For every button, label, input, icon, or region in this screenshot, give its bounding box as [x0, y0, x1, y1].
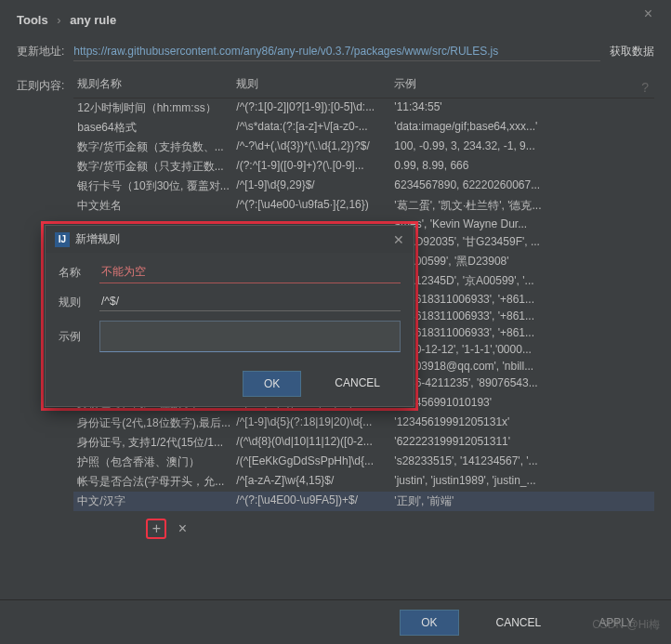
breadcrumb-root[interactable]: Tools	[17, 13, 48, 27]
cell-rule: /^\s*data:(?:[a-z]+\/[a-z0-...	[236, 120, 394, 136]
header-rule[interactable]: 规则	[236, 76, 394, 92]
cell-rule: /^[1-9]\d{5}(?:18|19|20)\d{...	[236, 415, 394, 431]
cell-example: '123456991010193'	[394, 396, 654, 412]
cell-example: '008618311006933', '+861...	[394, 309, 654, 322]
footer: OK CANCEL APPLY	[0, 599, 671, 644]
cell-name: 数字/货币金额（支持负数、...	[73, 139, 236, 155]
cell-rule: /^[a-zA-Z]\w{4,15}$/	[236, 474, 394, 490]
cell-name: 银行卡号（10到30位, 覆盖对...	[73, 178, 236, 194]
cell-example: 0.99, 8.99, 666	[394, 159, 654, 175]
cell-rule: /^[1-9]\d{9,29}$/	[236, 178, 394, 194]
table-row[interactable]: 护照（包含香港、澳门）/(^[EeKkGgDdSsPpHh]\d{...'s28…	[73, 453, 654, 472]
cell-example: 'justin', 'justin1989', 'justin_...	[394, 474, 654, 490]
cancel-button[interactable]: CANCEL	[476, 611, 562, 635]
cell-example: '京AD92035', '甘G23459F', ...	[394, 234, 654, 250]
dialog-name-label: 名称	[59, 265, 88, 281]
cell-example: '008618311006933', '+861...	[394, 293, 654, 306]
ok-button[interactable]: OK	[400, 610, 458, 636]
chevron-right-icon: ›	[57, 13, 60, 27]
cell-name: 中文姓名	[73, 198, 236, 214]
cell-rule: /^-?\d+(,\d{3})*(\.\d{1,2})?$/	[236, 139, 394, 155]
update-url-label: 更新地址:	[17, 44, 64, 59]
table-row[interactable]: 中文/汉字/^(?:[\u4E00-\u9FA5])+$/'正则', '前端'	[73, 492, 654, 511]
dialog-close-icon[interactable]: ✕	[393, 232, 404, 247]
cell-name: 身份证号, 支持1/2代(15位/1...	[73, 435, 236, 451]
dialog-title: 新增规则	[75, 231, 120, 247]
cell-example: '008618311006933', '+861...	[394, 326, 654, 339]
remove-rule-button[interactable]: ×	[172, 519, 192, 539]
cell-example: '622223199912051311'	[394, 435, 654, 451]
cell-rule: /(^\d{8}(0\d|10|11|12)([0-2...	[236, 435, 394, 451]
dialog-ok-button[interactable]: OK	[243, 371, 301, 397]
header-name[interactable]: 规则名称	[73, 76, 236, 92]
add-rule-dialog: IJ 新增规则 ✕ 名称 不能为空 规则 /^$/ 示例 OK CANCEL	[45, 225, 414, 407]
cell-example: 's28233515', '141234567', '...	[394, 454, 654, 470]
cell-rule: /^(?:[\u4E00-\u9FA5])+$/	[236, 493, 394, 509]
cell-name: 12小时制时间（hh:mm:ss）	[73, 100, 236, 116]
cell-name: 帐号是否合法(字母开头，允...	[73, 474, 236, 490]
cell-example: '京A12345D', '京A00599', '...	[394, 273, 654, 289]
table-header: 规则名称 规则 示例	[73, 72, 654, 99]
cell-name: base64格式	[73, 120, 236, 136]
app-logo-icon: IJ	[55, 232, 70, 247]
cell-example: '12345619991205131x'	[394, 415, 654, 431]
cell-rule: /(?:^[1-9]([0-9]+)?(\.[0-9]...	[236, 159, 394, 175]
breadcrumb: Tools › any rule	[0, 0, 671, 36]
table-row[interactable]: 数字/货币金额（只支持正数.../(?:^[1-9]([0-9]+)?(\.[0…	[73, 157, 654, 177]
cell-name: 身份证号(2代,18位数字),最后...	[73, 415, 236, 431]
cell-example: '京A00599', '黑D23908'	[394, 254, 654, 269]
cell-example: ames', 'Kevin Wayne Dur...	[394, 217, 654, 230]
window-close-icon[interactable]: ×	[644, 6, 652, 22]
dialog-example-textarea[interactable]	[99, 321, 401, 352]
cell-name: 中文/汉字	[73, 493, 236, 509]
table-row[interactable]: 数字/货币金额（支持负数、.../^-?\d+(,\d{3})*(\.\d{1,…	[73, 138, 654, 157]
fetch-data-button[interactable]: 获取数据	[610, 44, 654, 59]
header-example[interactable]: 示例	[394, 76, 654, 92]
table-row[interactable]: 身份证号(2代,18位数字),最后.../^[1-9]\d{5}(?:18|19…	[73, 414, 654, 433]
cell-name: 护照（包含香港、澳门）	[73, 454, 236, 470]
dialog-name-input[interactable]: 不能为空	[99, 262, 401, 283]
cell-example: '0936-4211235', '89076543...	[394, 376, 654, 392]
table-row[interactable]: 12小时制时间（hh:mm:ss）/^(?:1[0-2]|0?[1-9]):[0…	[73, 99, 654, 118]
table-toolbar: + ×	[73, 511, 654, 539]
add-rule-button[interactable]: +	[146, 519, 166, 539]
help-icon[interactable]: ?	[641, 80, 649, 95]
table-row[interactable]: 银行卡号（10到30位, 覆盖对.../^[1-9]\d{9,29}$/6234…	[73, 177, 654, 196]
table-row[interactable]: base64格式/^\s*data:(?:[a-z]+\/[a-z0-...'d…	[73, 118, 654, 138]
cell-example: '葛二蛋', '凯文·杜兰特', '德克...	[394, 198, 654, 214]
cell-example: 100, -0.99, 3, 234.32, -1, 9...	[394, 139, 654, 155]
cell-example: 'data:image/gif;base64,xxx...'	[394, 120, 654, 136]
cell-example: '90203918@qq.com', 'nbill...	[394, 360, 654, 373]
update-url-input[interactable]: https://raw.githubusercontent.com/any86/…	[73, 42, 600, 61]
cell-example: 6234567890, 62220260067...	[394, 178, 654, 194]
breadcrumb-leaf: any rule	[70, 13, 116, 27]
table-row[interactable]: 中文姓名/^(?:[\u4e00-\u9fa5·]{2,16})'葛二蛋', '…	[73, 196, 654, 216]
cell-rule: /^(?:[\u4e00-\u9fa5·]{2,16})	[236, 198, 394, 214]
table-row[interactable]: 身份证号, 支持1/2代(15位/1.../(^\d{8}(0\d|10|11|…	[73, 433, 654, 453]
cell-example: '正则', '前端'	[394, 493, 654, 509]
dialog-rule-input[interactable]: /^$/	[99, 293, 401, 311]
table-row[interactable]: 帐号是否合法(字母开头，允.../^[a-zA-Z]\w{4,15}$/'jus…	[73, 472, 654, 492]
dialog-cancel-button[interactable]: CANCEL	[314, 371, 401, 397]
dialog-rule-label: 规则	[59, 295, 88, 310]
dialog-example-label: 示例	[59, 329, 88, 345]
cell-rule: /^(?:1[0-2]|0?[1-9]):[0-5]\d:...	[236, 100, 394, 116]
cell-example: '1990-12-12', '1-1-1','0000...	[394, 343, 654, 356]
cell-rule: /(^[EeKkGgDdSsPpHh]\d{...	[236, 454, 394, 470]
cell-example: '11:34:55'	[394, 100, 654, 116]
cell-name: 数字/货币金额（只支持正数...	[73, 159, 236, 175]
watermark: CSDN @Hi梅	[592, 617, 660, 633]
